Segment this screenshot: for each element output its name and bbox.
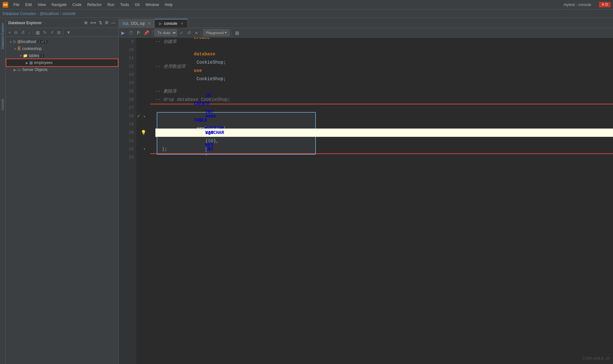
lightbulb-icon-20[interactable]: 💡 bbox=[141, 129, 146, 137]
sidebar-tab-database-explorer[interactable]: Database Explorer bbox=[0, 20, 5, 52]
grid-view-button[interactable]: ▦ bbox=[234, 30, 240, 36]
run-button[interactable]: ▶ bbox=[120, 30, 126, 36]
window-title: mytest - console bbox=[564, 3, 591, 7]
menu-help[interactable]: Help bbox=[162, 2, 175, 8]
sidebar-tab-commit[interactable]: Commit bbox=[0, 97, 5, 113]
ddl-tab-close[interactable]: ✕ bbox=[148, 22, 151, 26]
menu-tools[interactable]: Tools bbox=[118, 2, 132, 8]
breadcrumb-sep-2: › bbox=[60, 11, 61, 16]
arrow-cookieshop: ▾ bbox=[13, 47, 17, 51]
console-tab-close[interactable]: ✕ bbox=[181, 22, 183, 26]
filter-btn[interactable]: ▼ bbox=[65, 29, 72, 36]
kw-use: use bbox=[194, 68, 202, 73]
menu-window[interactable]: Window bbox=[143, 2, 162, 8]
breadcrumb-item-3[interactable]: console bbox=[62, 11, 75, 16]
menu-navigate[interactable]: Navigate bbox=[49, 2, 69, 8]
ln-10: 10 bbox=[119, 46, 134, 54]
db-explorer-title: Database Explorer bbox=[8, 21, 42, 25]
run-history-button[interactable]: ⏱ bbox=[127, 30, 134, 36]
settings-icon[interactable]: ⚙ bbox=[104, 20, 109, 26]
remove-btn[interactable]: ⊖ bbox=[13, 29, 19, 36]
tx-select[interactable]: Tx: Auto bbox=[154, 29, 177, 36]
ln-14: 14 bbox=[119, 79, 134, 87]
code-editor[interactable]: 9 10 11 12 13 14 15 16 17 18 19 20 21 22… bbox=[119, 38, 613, 364]
tree-item-server-objects[interactable]: ▶ 🗂 Server Objects bbox=[6, 66, 118, 73]
title-bar: DB File Edit View Navigate Code Refactor… bbox=[0, 0, 613, 10]
ln-16: 16 bbox=[119, 95, 134, 104]
kw2-id: id bbox=[205, 93, 211, 98]
download-btn[interactable]: ↓ bbox=[27, 29, 32, 36]
code-line-10: create database CookieShop; bbox=[155, 46, 613, 54]
edit-btn[interactable]: ✎ bbox=[42, 29, 48, 36]
table-icon: ▦ bbox=[29, 60, 33, 65]
arrow-localhost: ▾ bbox=[8, 40, 13, 44]
add-btn[interactable]: + bbox=[7, 29, 12, 36]
commit-button[interactable]: ✓ bbox=[178, 30, 185, 36]
tables-badge: 1 bbox=[40, 54, 44, 58]
code-line-22: ); bbox=[155, 145, 613, 153]
menu-view[interactable]: View bbox=[35, 2, 48, 8]
kw2-name: name bbox=[205, 114, 216, 119]
menu-run[interactable]: Run bbox=[105, 2, 117, 8]
fold-icon-18[interactable]: ▾ bbox=[143, 113, 146, 121]
tree-item-tables[interactable]: ▾ 📁 tables 1 bbox=[6, 52, 118, 59]
menu-edit[interactable]: Edit bbox=[23, 2, 34, 8]
stop-button[interactable]: ■ bbox=[194, 30, 199, 36]
ddl-tab-icon: SQL bbox=[123, 22, 129, 25]
code-line-23 bbox=[155, 153, 613, 162]
toolbar-sep bbox=[152, 30, 153, 36]
menu-git[interactable]: Git bbox=[132, 2, 142, 8]
db-explorer-panel: Database Explorer ⊕ ⟺ ⇅ ⚙ — + ⊖ ↺ ↓ ▦ ✎ … bbox=[6, 18, 119, 364]
tabs-bar: SQL DDL.sql ✕ ⊳ console ✕ bbox=[119, 18, 613, 28]
sync-icon[interactable]: ⟺ bbox=[89, 20, 97, 26]
tab-console[interactable]: ⊳ console ✕ bbox=[155, 19, 187, 28]
arrow-employees: ▶ bbox=[25, 61, 29, 65]
refresh-btn[interactable]: ↺ bbox=[20, 29, 26, 36]
profile-button[interactable]: P bbox=[136, 30, 141, 36]
line-numbers: 9 10 11 12 13 14 15 16 17 18 19 20 21 22… bbox=[119, 38, 136, 364]
folder-icon: 📁 bbox=[23, 53, 28, 58]
query-btn[interactable]: ⊞ bbox=[56, 29, 62, 36]
jump-btn[interactable]: ↗ bbox=[49, 29, 55, 36]
sort-icon[interactable]: ⇅ bbox=[98, 20, 103, 26]
code-content[interactable]: -- 创建库 create database CookieShop; -- 使用… bbox=[150, 38, 613, 364]
breadcrumb-sep-1: › bbox=[37, 11, 39, 16]
ln-22: 22 bbox=[119, 145, 134, 153]
menu-file[interactable]: File bbox=[11, 2, 22, 8]
menu-code[interactable]: Code bbox=[70, 2, 84, 8]
db-explorer-toolbar: + ⊖ ↺ ↓ ▦ ✎ ↗ ⊞ ▼ bbox=[6, 28, 118, 37]
explain-button[interactable]: 📌 bbox=[142, 30, 150, 36]
tables-label: tables bbox=[29, 53, 39, 58]
toolbar-sep2 bbox=[201, 30, 201, 36]
main-layout: Database Explorer Commit Database Explor… bbox=[0, 18, 613, 364]
app-icon: DB bbox=[3, 2, 8, 8]
breadcrumb-item-2[interactable]: @localhost bbox=[40, 11, 59, 16]
close-button[interactable]: ✕ D bbox=[599, 2, 610, 7]
tree-item-employees[interactable]: ▶ ▦ employees bbox=[6, 59, 118, 66]
tab-ddl[interactable]: SQL DDL.sql ✕ bbox=[119, 19, 155, 28]
check-mark-icon: ✓ bbox=[137, 112, 140, 120]
arrow-tables: ▾ bbox=[18, 54, 23, 58]
breadcrumb: Database Consoles › @localhost › console bbox=[0, 10, 613, 18]
playground-label: Playground bbox=[206, 31, 224, 35]
gutter-area: ✓ ▾ 💡 ▾ bbox=[136, 38, 150, 364]
table-view-btn[interactable]: ▦ bbox=[34, 29, 41, 36]
code-line-13: use CookieShop; bbox=[155, 71, 613, 79]
console-tab-label: console bbox=[164, 21, 177, 26]
fold-icon-22[interactable]: ▾ bbox=[143, 145, 146, 153]
editor-toolbar: ▶ ⏱ P 📌 Tx: Auto ✓ ↺ ■ Playground ▾ ▦ bbox=[119, 28, 613, 38]
rollback-button[interactable]: ↺ bbox=[186, 30, 192, 36]
tree-item-localhost[interactable]: ▾ ⊙ @localhost 1 of 5 bbox=[6, 38, 118, 45]
code-line-21: age INT bbox=[155, 137, 613, 145]
minimize-icon[interactable]: — bbox=[110, 20, 116, 26]
toolbar-sep-1 bbox=[33, 30, 33, 35]
menu-refactor[interactable]: Refactor bbox=[85, 2, 104, 8]
playground-button[interactable]: Playground ▾ bbox=[203, 29, 230, 36]
tree-item-cookieshop[interactable]: ▾ 🗄 cookieshop bbox=[6, 45, 118, 52]
add-datasource-icon[interactable]: ⊕ bbox=[83, 20, 88, 26]
breadcrumb-item-1[interactable]: Database Consoles bbox=[3, 11, 36, 16]
tree-container: ▾ ⊙ @localhost 1 of 5 ▾ 🗄 cookieshop ▾ 📁… bbox=[6, 37, 118, 364]
localhost-badge: 1 of 5 bbox=[38, 40, 47, 44]
host-icon: ⊙ bbox=[13, 39, 16, 44]
ln-19: 19 bbox=[119, 120, 134, 129]
